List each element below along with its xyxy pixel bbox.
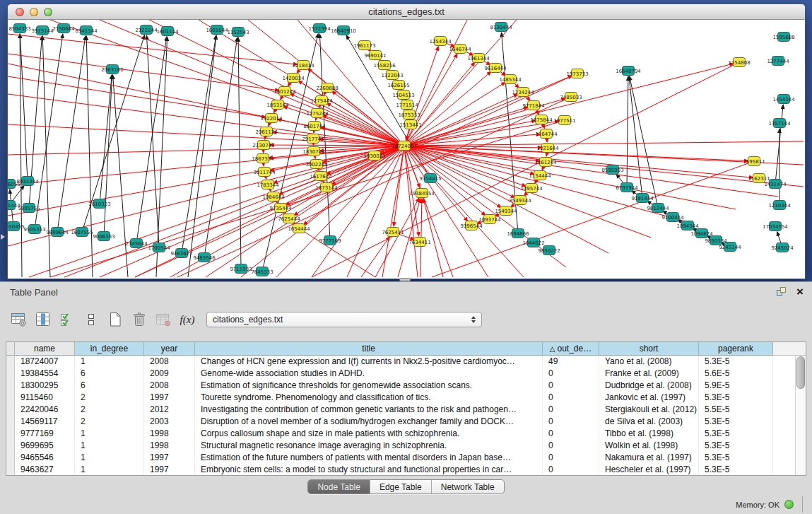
table-cell[interactable]: 0: [543, 452, 599, 464]
table-cell[interactable]: 6: [75, 368, 144, 380]
column-header-pagerank[interactable]: pagerank: [699, 342, 773, 356]
table-cell[interactable]: Disruption of a novel member of a sodium…: [195, 416, 543, 428]
tab-edge-table[interactable]: Edge Table: [370, 480, 432, 493]
table-cell[interactable]: 0: [543, 392, 599, 404]
table-row[interactable]: 1872400712008Changes of HCN gene express…: [6, 356, 806, 368]
table-cell[interactable]: 9463627: [15, 464, 75, 476]
table-cell[interactable]: 0: [543, 428, 599, 440]
column-header-year[interactable]: year: [144, 342, 195, 356]
scrollbar-thumb[interactable]: [796, 356, 805, 389]
table-cell[interactable]: Yano et al. (2008): [599, 356, 699, 368]
table-row[interactable]: 1830029562008Estimation of significance …: [6, 380, 806, 392]
column-header-short[interactable]: short: [599, 342, 699, 356]
table-cell[interactable]: 2012: [144, 404, 195, 416]
table-cell[interactable]: 49: [543, 356, 599, 368]
column-header-in_degree[interactable]: in_degree: [75, 342, 144, 356]
table-cell[interactable]: 1: [75, 440, 144, 452]
table-cell[interactable]: 18724007: [15, 356, 75, 368]
table-cell[interactable]: 5.3E-5: [699, 356, 773, 368]
table-cell[interactable]: 1: [75, 452, 144, 464]
table-row[interactable]: 911546021997Tourette syndrome. Phenomeno…: [6, 392, 806, 404]
table-row[interactable]: 946554611997Estimation of the future num…: [6, 452, 806, 464]
table-cell[interactable]: 6: [75, 380, 144, 392]
function-builder-button[interactable]: f(x): [177, 310, 198, 329]
table-cell[interactable]: 1: [75, 428, 144, 440]
table-cell[interactable]: 1: [75, 356, 144, 368]
table-cell[interactable]: 9699695: [15, 440, 75, 452]
table-cell[interactable]: 5.3E-5: [699, 452, 773, 464]
table-cell[interactable]: Franke et al. (2009): [599, 368, 699, 380]
table-cell[interactable]: Estimation of the future numbers of pati…: [195, 452, 543, 464]
close-panel-icon[interactable]: ×: [796, 287, 804, 296]
table-vertical-scrollbar[interactable]: [795, 356, 806, 475]
table-cell[interactable]: 5.3E-5: [699, 428, 773, 440]
table-cell[interactable]: Tibbo et al. (1998): [599, 428, 699, 440]
table-cell[interactable]: 0: [543, 464, 599, 476]
table-cell[interactable]: 14569117: [15, 416, 75, 428]
table-cell[interactable]: 0: [543, 380, 599, 392]
window-titlebar[interactable]: citations_edges.txt: [8, 4, 805, 20]
table-cell[interactable]: 0: [543, 368, 599, 380]
table-cell[interactable]: 2009: [144, 368, 195, 380]
table-cell[interactable]: 2: [75, 404, 144, 416]
new-table-button[interactable]: [105, 310, 126, 329]
table-cell[interactable]: 1997: [144, 452, 195, 464]
table-cell[interactable]: 5.3E-5: [699, 440, 773, 452]
table-cell[interactable]: 2003: [144, 416, 195, 428]
table-cell[interactable]: Changes of HCN gene expression and I(f) …: [195, 356, 543, 368]
panel-divider-handle[interactable]: [399, 278, 411, 281]
network-canvas[interactable]: 1872400719611739690141155821613220431626…: [8, 20, 805, 279]
table-cell[interactable]: 1998: [144, 440, 195, 452]
row-selection-button[interactable]: [57, 310, 78, 329]
table-cell[interactable]: 0: [543, 440, 599, 452]
table-cell[interactable]: 0: [543, 404, 599, 416]
table-cell[interactable]: 2: [75, 392, 144, 404]
table-cell[interactable]: 1997: [144, 392, 195, 404]
table-cell[interactable]: Corpus callosum shape and size in male p…: [195, 428, 543, 440]
table-cell[interactable]: 2008: [144, 380, 195, 392]
two-rows-button[interactable]: [81, 310, 102, 329]
table-select[interactable]: citations_edges.txt: [206, 312, 482, 327]
zoom-window-icon[interactable]: [44, 8, 52, 16]
table-cell[interactable]: 5.3E-5: [699, 416, 773, 428]
table-cell[interactable]: Structural magnetic resonance image aver…: [195, 440, 543, 452]
table-cell[interactable]: Genome-wide association studies in ADHD.: [195, 368, 543, 380]
show-column-button[interactable]: [33, 310, 54, 329]
table-cell[interactable]: de Silva et al. (2003): [599, 416, 699, 428]
table-cell[interactable]: 22420046: [15, 404, 75, 416]
panel-collapse-arrow-icon[interactable]: [1, 234, 5, 240]
table-cell[interactable]: 18300295: [15, 380, 75, 392]
table-cell[interactable]: Dudbridge et al. (2008): [599, 380, 699, 392]
table-cell[interactable]: Jankovic et al. (1997): [599, 392, 699, 404]
table-cell[interactable]: 9115460: [15, 392, 75, 404]
column-header-title[interactable]: title: [195, 342, 543, 356]
table-cell[interactable]: 1997: [144, 464, 195, 476]
close-window-icon[interactable]: [16, 8, 24, 16]
table-cell[interactable]: 0: [543, 416, 599, 428]
table-cell[interactable]: 9777169: [15, 428, 75, 440]
delete-table-button[interactable]: [129, 310, 150, 329]
table-row[interactable]: 1938455462009Genome-wide association stu…: [6, 368, 806, 380]
column-header-name[interactable]: name: [15, 342, 75, 356]
table-cell[interactable]: Tourette syndrome. Phenomenology and cla…: [195, 392, 543, 404]
float-panel-icon[interactable]: [777, 287, 787, 296]
table-row[interactable]: 977716911998Corpus callosum shape and si…: [6, 428, 806, 440]
table-cell[interactable]: 5.9E-5: [699, 380, 773, 392]
table-cell[interactable]: 19384554: [15, 368, 75, 380]
table-row[interactable]: 1456911722003Disruption of a novel membe…: [6, 416, 806, 428]
table-settings-button[interactable]: [8, 310, 30, 329]
table-row[interactable]: 2242004622012Investigating the contribut…: [6, 404, 806, 416]
table-cell[interactable]: Embryonic stem cells: a model to study s…: [195, 464, 543, 476]
table-row[interactable]: 946362711997Embryonic stem cells: a mode…: [6, 464, 806, 476]
tab-network-table[interactable]: Network Table: [432, 480, 504, 493]
column-header-out_degree[interactable]: △out_de…: [543, 342, 599, 356]
table-cell[interactable]: 5.6E-5: [699, 368, 773, 380]
table-cell[interactable]: Hescheler et al. (1997): [599, 464, 699, 476]
tab-node-table[interactable]: Node Table: [308, 480, 370, 493]
table-cell[interactable]: 1: [75, 464, 144, 476]
table-cell[interactable]: 5.3E-5: [699, 464, 773, 476]
table-cell[interactable]: 2: [75, 416, 144, 428]
table-cell[interactable]: 2008: [144, 356, 195, 368]
table-cell[interactable]: Investigating the contribution of common…: [195, 404, 543, 416]
table-cell[interactable]: 9465546: [15, 452, 75, 464]
